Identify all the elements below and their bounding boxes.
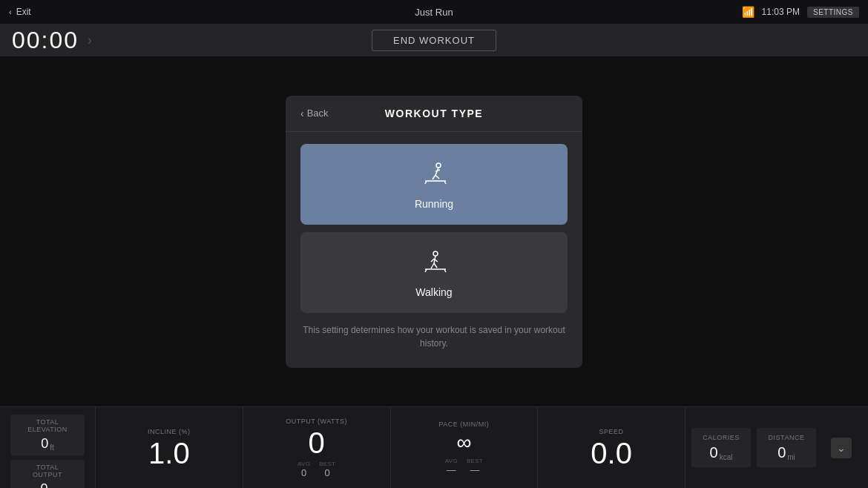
back-label: Back — [307, 108, 329, 119]
distance-label: DISTANCE — [769, 434, 805, 441]
pace-label: PACE (min/mi) — [438, 421, 489, 428]
incline-label: INCLINE (%) — [148, 428, 191, 435]
calories-value: 0 — [710, 444, 718, 461]
svg-point-0 — [436, 163, 441, 168]
running-type-button[interactable]: Running — [300, 144, 568, 225]
back-button[interactable]: ‹ Back — [300, 108, 329, 119]
svg-point-9 — [433, 251, 438, 256]
total-elevation-box: TOTAL ELEVATION 0 ft — [10, 415, 85, 455]
calories-value-row: 0 kcal — [710, 444, 733, 461]
chevron-down-button[interactable]: ⌄ — [822, 438, 861, 458]
total-elevation-value-row: 0 ft — [41, 436, 54, 452]
wifi-icon: 📶 — [742, 6, 754, 18]
nav-arrow-left-icon[interactable]: › — [88, 33, 92, 48]
output-best-value: 0 — [325, 467, 330, 478]
distance-unit: mi — [787, 453, 795, 461]
pace-best-value: — — [470, 464, 479, 475]
end-workout-button[interactable]: END WORKOUT — [372, 30, 496, 51]
exit-button[interactable]: ‹ Exit — [9, 7, 31, 17]
svg-line-11 — [431, 259, 434, 262]
total-output-value: 0 — [40, 481, 47, 488]
calories-unit: kcal — [720, 453, 733, 461]
exit-chevron-icon: ‹ — [9, 7, 12, 16]
walking-type-button[interactable]: Walking — [300, 232, 568, 313]
total-elevation-value: 0 — [41, 436, 48, 452]
modal-header: ‹ Back WORKOUT TYPE — [286, 96, 582, 132]
top-bar-right: 📶 11:03 PM SETTINGS — [742, 6, 859, 18]
total-elevation-unit: ft — [50, 444, 54, 452]
output-section: OUTPUT (watts) 0 AVG 0 BEST 0 — [243, 407, 391, 488]
settings-button[interactable]: SETTINGS — [807, 7, 859, 18]
speed-section: SPEED 0.0 — [538, 407, 685, 488]
output-label: OUTPUT (watts) — [286, 418, 347, 425]
modal-body: Running — [286, 132, 582, 368]
workout-type-modal: ‹ Back WORKOUT TYPE — [286, 96, 582, 368]
incline-section: INCLINE (%) 1.0 — [96, 407, 243, 488]
total-output-value-row: 0 kj — [40, 481, 54, 488]
svg-line-3 — [433, 175, 435, 179]
stats-bar: TOTAL ELEVATION 0 ft TOTAL OUTPUT 0 kj I… — [0, 406, 868, 488]
running-label: Running — [415, 198, 453, 210]
pace-avg-label: AVG — [445, 458, 458, 464]
walking-icon — [419, 247, 449, 280]
pace-best-label: BEST — [467, 458, 483, 464]
exit-label: Exit — [16, 7, 31, 17]
main-content: ‹ Back WORKOUT TYPE — [0, 56, 868, 406]
incline-value: 1.0 — [148, 438, 190, 468]
output-sub-stats: AVG 0 BEST 0 — [297, 461, 335, 478]
speed-label: SPEED — [599, 428, 624, 435]
chevron-down-icon: ⌄ — [831, 438, 852, 458]
back-chevron-icon: ‹ — [300, 108, 304, 119]
pace-sub-stats: AVG — BEST — — [445, 458, 483, 475]
clock-display: 11:03 PM — [762, 7, 800, 17]
output-avg-stat: AVG 0 — [297, 461, 310, 478]
modal-footer-text: This setting determines how your workout… — [300, 323, 568, 356]
calories-box: CALORIES 0 kcal — [691, 428, 751, 467]
walking-label: Walking — [415, 286, 452, 298]
output-avg-label: AVG — [297, 461, 310, 467]
workout-title: Just Run — [415, 7, 453, 18]
running-icon — [419, 159, 449, 192]
speed-value: 0.0 — [591, 438, 632, 468]
workout-header: 00:00 › END WORKOUT — [0, 24, 868, 56]
output-best-label: BEST — [319, 461, 335, 467]
total-output-box: TOTAL OUTPUT 0 kj — [10, 460, 85, 488]
timer-display: 00:00 — [12, 27, 79, 54]
svg-line-2 — [435, 170, 440, 171]
top-bar: ‹ Exit Just Run 📶 11:03 PM SETTINGS — [0, 0, 868, 24]
calories-label: CALORIES — [703, 434, 740, 441]
distance-value: 0 — [777, 444, 786, 461]
left-totals-section: TOTAL ELEVATION 0 ft TOTAL OUTPUT 0 kj — [0, 407, 96, 488]
output-best-stat: BEST 0 — [319, 461, 335, 478]
svg-line-4 — [435, 175, 439, 179]
pace-avg-value: — — [447, 464, 456, 475]
modal-overlay: ‹ Back WORKOUT TYPE — [0, 56, 868, 406]
pace-section: PACE (min/mi) ∞ AVG — BEST — — [391, 407, 539, 488]
pace-avg-stat: AVG — — [445, 458, 458, 475]
distance-box: DISTANCE 0 mi — [757, 428, 816, 467]
right-extras-section: CALORIES 0 kcal DISTANCE 0 mi ⌄ — [685, 407, 868, 488]
svg-line-13 — [431, 263, 434, 268]
pace-infinity-icon: ∞ — [456, 431, 471, 455]
output-avg-value: 0 — [301, 467, 306, 478]
distance-value-row: 0 mi — [777, 444, 795, 461]
total-elevation-label: TOTAL ELEVATION — [21, 418, 74, 433]
svg-line-14 — [434, 263, 437, 268]
pace-best-stat: BEST — — [467, 458, 483, 475]
output-value: 0 — [309, 428, 325, 458]
total-output-label: TOTAL OUTPUT — [21, 464, 74, 478]
modal-title: WORKOUT TYPE — [385, 108, 483, 119]
